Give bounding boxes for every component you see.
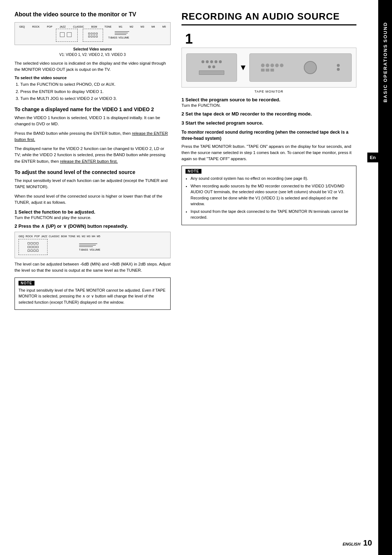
right-note-item-1: Any sound control system has no effect o… <box>191 175 352 182</box>
display2-device: GEQROCKPOPJAZZCLASSICBGM TONEM1M2M3M4M5 <box>15 232 171 258</box>
right-step3-heading: 3 Start the selected program source. <box>181 120 356 126</box>
section3-title: To adjust the sound level of the connect… <box>15 169 171 175</box>
sidebar-right: SOUND BASIC OPERATIONS <box>378 0 392 555</box>
display-box-right <box>83 29 103 42</box>
sidebar-basic-operations-label: BASIC OPERATIONS <box>383 44 388 102</box>
select-video-label: To select the video source <box>15 76 171 80</box>
display-top-labels: GEQ ROCK POP JAZZ CLASSIC BGM TONE M1 M2… <box>19 25 167 28</box>
display2-box <box>19 239 48 255</box>
section3-step1-heading: 1 Select the function to be adjusted. <box>15 209 171 215</box>
device-knob-right <box>304 61 317 74</box>
monitor-para: Press the TAPE MONITOR button. "TAPE ON"… <box>181 143 356 162</box>
display2-lines: T-BASSVOLUME <box>79 243 100 251</box>
step-3: Turn the MULTI JOG to select VIDEO 2 or … <box>20 96 171 102</box>
section-adjust-sound: To adjust the sound level of the connect… <box>15 169 171 274</box>
display-caption: Selected Video source <box>15 47 171 51</box>
right-column: RECORDING AN AUDIO SOURCE 1 <box>181 11 360 313</box>
left-note-label: NOTE <box>19 281 34 285</box>
display-device-image: GEQ ROCK POP JAZZ CLASSIC BGM TONE M1 M2… <box>15 22 171 45</box>
tape-monitor-label: TAPE MONITOR <box>181 90 356 93</box>
left-note-box: NOTE The input sensitivity level of the … <box>15 278 171 310</box>
section3-para2: When the sound level of the connected so… <box>15 193 171 206</box>
display-controls: T-BASS VOLUME <box>108 31 129 39</box>
section2-link2: release the ENTER button first. <box>60 159 118 163</box>
right-step1-heading: 1 Select the program source to be record… <box>181 97 356 102</box>
step-1: Turn the FUNCTION to select PHONO, CD or… <box>20 81 171 88</box>
right-step2-heading: 2 Set the tape deck or MD recorder to th… <box>181 111 356 117</box>
display-box-left: □□ <box>56 29 78 42</box>
page-footer: ENGLISH 10 <box>343 538 372 548</box>
display-subcaption: V1: VIDEO 1, V2: VIDEO 2, V3: VIDEO 3 <box>15 53 171 57</box>
right-note-label: NOTE <box>185 169 201 174</box>
section-video-source: About the video source to the monitor or… <box>15 11 171 102</box>
right-note-list: Any sound control system has no effect o… <box>185 175 352 220</box>
monitor-heading: To monitor recorded sound during recordi… <box>181 129 356 142</box>
display2-labels-top: GEQROCKPOPJAZZCLASSICBGM TONEM1M2M3M4M5 <box>19 235 100 255</box>
page-number: 10 <box>363 538 372 547</box>
select-video-steps: Turn the FUNCTION to select PHONO, CD or… <box>15 81 171 102</box>
en-label: En <box>370 155 376 160</box>
en-box: En <box>367 153 378 162</box>
left-note-text: The input sensitivity level of the TAPE … <box>19 287 167 305</box>
section2-para1: When the VIDEO 1 function is selected, V… <box>15 115 171 127</box>
section2-title: To change a displayed name for the VIDEO… <box>15 106 171 113</box>
step-number-large: 1 <box>181 31 356 47</box>
page-title: RECORDING AN AUDIO SOURCE <box>181 11 356 25</box>
section2-para2: Press the BAND button while pressing the… <box>15 130 171 143</box>
display-screen-row: □□ <box>56 29 129 42</box>
section1-description: The selected video source is indicated o… <box>15 60 171 73</box>
section3-step2-heading: 2 Press the ∧ (UP) or ∨ (DOWN) button re… <box>15 223 171 229</box>
section3-level-desc: The level can be adjusted between -6dB (… <box>15 261 171 274</box>
right-note-item-2: When recording audio sources by the MD r… <box>191 183 352 207</box>
section-change-name: To change a displayed name for the VIDEO… <box>15 106 171 165</box>
device-inner: ▼ <box>186 52 352 83</box>
section3-step1-sub: Turn the FUNCTION and play the source. <box>15 215 171 220</box>
right-note-box: NOTE Any sound control system has no eff… <box>181 166 356 225</box>
device-panel-right <box>249 53 352 82</box>
right-step1-sub: Turn the FUNCTION. <box>181 103 356 108</box>
left-column: About the video source to the monitor or… <box>15 11 171 313</box>
tape-arrow: ▼ <box>239 63 247 72</box>
section3-para1: The input sensitivity level of each func… <box>15 178 171 190</box>
right-note-item-3: Input sound from the tape deck connected… <box>191 208 352 220</box>
device-right-image: ▼ <box>181 48 356 88</box>
sidebar-sound-label: SOUND <box>383 22 388 42</box>
step-2: Press the ENTER button to display VIDEO … <box>20 89 171 95</box>
section1-title: About the video source to the monitor or… <box>15 11 171 19</box>
display-bottom-labels: T-BASS VOLUME <box>108 36 129 39</box>
english-word: ENGLISH <box>343 542 360 546</box>
device-panel-left <box>186 53 237 82</box>
section2-para3: The displayed name for the VIDEO 2 funct… <box>15 146 171 165</box>
